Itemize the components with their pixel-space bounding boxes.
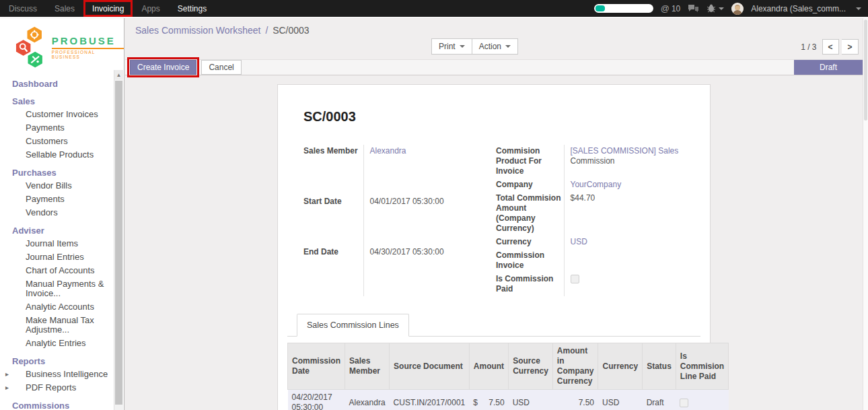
- pager-counter: 1 / 3: [801, 42, 816, 52]
- at-icon: @: [661, 3, 670, 13]
- breadcrumb-separator: /: [263, 25, 270, 36]
- action-button[interactable]: Action: [472, 38, 518, 55]
- col-currency[interactable]: Currency: [598, 343, 643, 390]
- field-label-currency: Currency: [496, 236, 564, 249]
- control-panel: Print Action 1 / 3 < >: [125, 37, 868, 59]
- debug-bug-icon[interactable]: [707, 4, 724, 13]
- sidebar-item-analytic-entries[interactable]: Analytic Entries: [0, 337, 124, 350]
- table-row[interactable]: 04/20/2017 05:30:00 Alexandra CUST.IN/20…: [288, 390, 729, 410]
- status-badge-draft[interactable]: Draft: [794, 60, 863, 75]
- sidebar-item-customer-invoices[interactable]: Customer Invoices: [0, 108, 124, 121]
- field-label-company: Company: [496, 178, 564, 192]
- action-button-group: Print Action: [431, 38, 518, 55]
- line-paid-checkbox[interactable]: [680, 399, 688, 407]
- sidebar-item-customers[interactable]: Customers: [0, 135, 124, 148]
- menu-apps[interactable]: Apps: [133, 0, 168, 17]
- sidebar-section-purchases[interactable]: Purchases: [0, 166, 124, 179]
- sidebar-scrollbar-thumb[interactable]: [115, 81, 122, 405]
- tab-sales-commission-lines[interactable]: Sales Commission Lines: [297, 314, 409, 337]
- field-value-commission-product[interactable]: [SALES COMMISSION] Sales: [571, 146, 679, 156]
- sidebar-item-vendors[interactable]: Vendors: [0, 206, 124, 219]
- logo-subtitle: PROFESSIONAL BUSINESS: [52, 50, 124, 59]
- mention-count: 10: [672, 4, 680, 13]
- company-logo[interactable]: PROBUSE PROFESSIONAL BUSINESS: [0, 18, 124, 73]
- pager: 1 / 3 < >: [801, 39, 859, 55]
- field-value-end-date[interactable]: 04/30/2017 05:30:00: [363, 246, 496, 296]
- cancel-button[interactable]: Cancel: [201, 60, 241, 75]
- col-status[interactable]: Status: [643, 343, 676, 390]
- main-content: Sales Commission Worksheet / SC/0003 Pri…: [125, 18, 868, 410]
- sidebar-item-manual-payments-invoice[interactable]: Manual Payments & Invoice...: [0, 277, 124, 300]
- sidebar-item-make-manual-tax-adjustment[interactable]: Make Manual Tax Adjustme...: [0, 314, 124, 337]
- sidebar-item-chart-of-accounts[interactable]: Chart of Accounts: [0, 264, 124, 277]
- pager-next-button[interactable]: >: [842, 39, 859, 55]
- field-label-commission-product: Commision Product For Invoice: [496, 145, 564, 178]
- is-commission-paid-checkbox[interactable]: [571, 275, 579, 283]
- sidebar-item-vendor-bills[interactable]: Vendor Bills: [0, 179, 124, 193]
- create-invoice-button[interactable]: Create Invoice: [130, 60, 196, 75]
- user-chevron-down-icon: [856, 7, 861, 10]
- sidebar-item-sellable-products[interactable]: Sellable Products: [0, 148, 124, 162]
- col-sales-member[interactable]: Sales Member: [345, 343, 390, 390]
- col-amount-company-currency[interactable]: Amount in Company Currency: [552, 343, 598, 390]
- sidebar-item-payments[interactable]: Payments: [0, 121, 124, 135]
- planner-progress-fill: [595, 5, 605, 11]
- probuse-logo-hexagons: [15, 25, 49, 69]
- messages-icon[interactable]: [688, 4, 699, 13]
- col-source-document[interactable]: Source Document: [390, 343, 470, 390]
- field-value-currency[interactable]: USD: [571, 237, 587, 246]
- field-value-company[interactable]: YourCompany: [571, 180, 622, 189]
- field-label-sales-member: Sales Member: [303, 145, 363, 195]
- sidebar-section-reports[interactable]: Reports: [0, 355, 124, 368]
- sidebar-item-journal-items[interactable]: Journal Items: [0, 237, 124, 250]
- logo-title: PROBUSE: [52, 35, 124, 46]
- sidebar-section-adviser[interactable]: Adviser: [0, 224, 124, 237]
- pager-previous-button[interactable]: <: [822, 39, 839, 55]
- sidebar-scrollbar[interactable]: ▲: [114, 70, 123, 410]
- content-scrollbar[interactable]: [863, 18, 868, 410]
- planner-progress-bar[interactable]: [594, 4, 653, 13]
- col-is-commission-line-paid[interactable]: Is Commision Line Paid: [676, 343, 728, 390]
- sidebar-item-journal-entries[interactable]: Journal Entries: [0, 250, 124, 264]
- avatar[interactable]: [731, 3, 744, 15]
- systray: @ 10 Alexandra (Sales_com: [594, 0, 868, 17]
- breadcrumb-parent-link[interactable]: Sales Commission Worksheet: [135, 25, 260, 36]
- menu-discuss[interactable]: Discuss: [0, 0, 46, 17]
- sidebar-item-purchase-payments[interactable]: Payments: [0, 193, 124, 206]
- print-button[interactable]: Print: [431, 38, 472, 55]
- content-scrollbar-thumb[interactable]: [864, 20, 867, 121]
- menu-invoicing[interactable]: Invoicing: [83, 0, 133, 17]
- action-chevron-down-icon: [505, 45, 511, 48]
- field-value-commission-invoice[interactable]: [564, 249, 700, 273]
- sidebar-section-sales[interactable]: Sales: [0, 95, 124, 108]
- scroll-up-icon[interactable]: ▲: [114, 70, 123, 79]
- sidebar-item-dashboard[interactable]: Dashboard: [0, 77, 124, 90]
- sidebar-section-commissions[interactable]: Commissions: [0, 399, 124, 410]
- user-menu[interactable]: Alexandra (Sales_comm...: [751, 4, 846, 13]
- field-groups: Sales Member Alexandra Start Date 04/01/…: [303, 145, 700, 296]
- top-navigation-bar: Discuss Sales Invoicing Apps Settings @ …: [0, 0, 868, 18]
- sidebar-item-pdf-reports[interactable]: PDF Reports: [0, 381, 124, 395]
- field-value-commission-product-rest: Commission: [571, 156, 615, 166]
- menu-settings[interactable]: Settings: [169, 0, 215, 17]
- table-header-row: Commission Date Sales Member Source Docu…: [288, 343, 729, 390]
- sidebar: PROBUSE PROFESSIONAL BUSINESS Dashboard …: [0, 18, 124, 410]
- menu-sales[interactable]: Sales: [46, 0, 83, 17]
- col-amount[interactable]: Amount: [469, 343, 508, 390]
- record-title: SC/0003: [303, 109, 700, 125]
- sidebar-item-analytic-accounts[interactable]: Analytic Accounts: [0, 300, 124, 314]
- field-value-start-date[interactable]: 04/01/2017 05:30:00: [363, 195, 496, 246]
- mention-counter[interactable]: @ 10: [661, 3, 681, 13]
- breadcrumb-current: SC/0003: [273, 25, 309, 36]
- col-source-currency[interactable]: Source Currency: [509, 343, 553, 390]
- form-sheet: SC/0003 Sales Member Alexandra Start Dat…: [277, 84, 711, 410]
- sidebar-item-business-intelligence[interactable]: Business Intelligence: [0, 368, 124, 381]
- col-commission-date[interactable]: Commission Date: [288, 343, 345, 390]
- field-value-sales-member[interactable]: Alexandra: [370, 146, 406, 156]
- field-group-left: Sales Member Alexandra Start Date 04/01/…: [303, 145, 496, 296]
- field-group-right: Commision Product For Invoice [SALES COM…: [496, 145, 700, 296]
- breadcrumb: Sales Commission Worksheet / SC/0003: [125, 18, 868, 37]
- form-statusbar: Create Invoice Cancel Draft: [125, 59, 863, 75]
- field-label-is-commission-paid: Is Commission Paid: [496, 273, 564, 296]
- field-value-total-commission: $44.70: [564, 192, 700, 236]
